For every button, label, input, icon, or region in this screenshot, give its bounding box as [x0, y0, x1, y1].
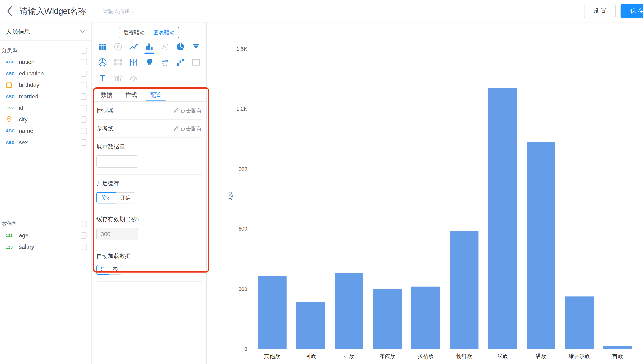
tab-style[interactable]: 样式: [122, 89, 141, 101]
bar-拉祜族[interactable]: [412, 286, 440, 349]
chart-drive-option[interactable]: 图表驱动: [149, 27, 179, 38]
tab-data[interactable]: 数据: [97, 89, 116, 101]
bar-满族[interactable]: [526, 142, 555, 349]
cache-on-option[interactable]: 开启: [116, 192, 135, 203]
line-chart-icon[interactable]: [126, 40, 141, 54]
field-checkbox[interactable]: [81, 82, 87, 88]
field-row-name[interactable]: ABC name: [0, 125, 92, 136]
svg-text:word: word: [162, 59, 168, 62]
controller-configure-link[interactable]: 点击配置: [174, 107, 202, 114]
string-type-icon: ABC: [6, 140, 19, 144]
field-checkbox[interactable]: [81, 116, 87, 122]
svg-text:cloud: cloud: [162, 62, 167, 64]
gridline: [253, 109, 637, 109]
svg-text:8: 8: [117, 45, 119, 49]
string-type-icon: ABC: [6, 128, 19, 133]
config-body: 控制器 点击配置 参考线 点击配置 展示数据量 开启缓存: [92, 102, 206, 282]
pie-chart-icon[interactable]: [172, 40, 188, 54]
section-checkbox[interactable]: [81, 47, 87, 54]
chart-area: age 03006009001.2K1.5K其他族回族壮族布依族拉祜族朝鲜族汉族…: [207, 22, 643, 364]
field-checkbox[interactable]: [81, 232, 87, 238]
field-checkbox[interactable]: [81, 139, 87, 145]
bar-回族[interactable]: [296, 302, 325, 349]
scatter-chart-icon[interactable]: [157, 40, 172, 54]
field-row-education[interactable]: ABC education: [0, 68, 92, 79]
header: 设 置 保 存: [0, 0, 643, 22]
cache-off-option[interactable]: 关闭: [96, 192, 116, 203]
field-checkbox[interactable]: [81, 93, 87, 100]
display-limit-label: 展示数据量: [96, 143, 202, 150]
x-tick-label: 其他族: [264, 353, 280, 360]
table-chart-icon[interactable]: [94, 40, 110, 54]
calendar-icon: [6, 82, 19, 88]
radar-chart-icon[interactable]: [94, 56, 110, 69]
field-row-city[interactable]: city: [0, 114, 92, 125]
save-button[interactable]: 保 存: [620, 4, 643, 18]
bar-壮族[interactable]: [334, 273, 363, 349]
y-tick-label: 900: [238, 166, 248, 172]
funnel-chart-icon[interactable]: [188, 40, 204, 54]
autoload-yes-option[interactable]: 是: [96, 265, 109, 275]
settings-button[interactable]: 设 置: [584, 4, 616, 18]
location-icon: [6, 116, 19, 122]
field-row-salary[interactable]: 123 salary: [0, 241, 92, 252]
widget-description-input[interactable]: [103, 8, 164, 14]
reference-configure-link[interactable]: 点击配置: [174, 125, 202, 132]
field-checkbox[interactable]: [81, 128, 87, 134]
reference-line-label: 参考线: [96, 125, 114, 132]
field-checkbox[interactable]: [81, 70, 87, 76]
field-checkbox[interactable]: [81, 105, 87, 111]
parallel-chart-icon[interactable]: [126, 56, 141, 69]
autoload-no-option[interactable]: 否: [109, 265, 122, 275]
field-row-nation[interactable]: ABC nation: [0, 56, 92, 68]
bar-布依族[interactable]: [373, 290, 402, 349]
field-row-id[interactable]: 123 id: [0, 102, 92, 113]
controller-label: 控制器: [96, 107, 114, 114]
display-limit-input[interactable]: [96, 155, 138, 168]
field-checkbox[interactable]: [81, 59, 87, 65]
field-checkbox[interactable]: [81, 244, 87, 250]
double-axis-chart-icon[interactable]: [110, 71, 126, 85]
cache-toggle-block: 开启缓存 关闭 开启: [96, 175, 202, 210]
autoload-label: 自动加载数据: [96, 252, 202, 260]
text-chart-icon[interactable]: T: [94, 71, 110, 85]
widget-name-input[interactable]: [20, 6, 96, 16]
field-name: birthday: [19, 82, 39, 88]
scorecard-chart-icon[interactable]: 8: [110, 40, 126, 54]
svg-text:T: T: [100, 74, 105, 82]
pencil-icon: [174, 126, 179, 131]
back-button[interactable]: [0, 0, 19, 22]
field-row-sex[interactable]: ABC sex: [0, 136, 92, 148]
drive-mode-toggle: 透视驱动 图表驱动: [92, 27, 206, 38]
chevron-left-icon: [6, 6, 13, 17]
x-tick-label: 回族: [305, 353, 316, 360]
bar-苗族[interactable]: [603, 346, 632, 349]
pivot-drive-option[interactable]: 透视驱动: [119, 27, 149, 38]
section-checkbox[interactable]: [81, 221, 87, 227]
bar-chart-icon[interactable]: [141, 40, 157, 54]
bar-汉族[interactable]: [488, 88, 517, 349]
autoload-block: 自动加载数据 是 否: [96, 247, 202, 282]
field-row-age[interactable]: 123 age: [0, 230, 92, 241]
x-tick-label: 拉祜族: [418, 353, 434, 360]
bar-其他族[interactable]: [258, 276, 286, 349]
field-name: education: [19, 70, 44, 77]
bar-维吾尔族[interactable]: [565, 296, 594, 349]
config-panel: 透视驱动 图表驱动 8wordcloudagile BIT 数据 样式 配置 控…: [92, 22, 207, 364]
cache-expire-input[interactable]: [96, 228, 138, 240]
field-row-married[interactable]: ABC married: [0, 91, 92, 102]
map-chart-icon[interactable]: [141, 56, 157, 69]
field-row-birthday[interactable]: birthday: [0, 79, 92, 90]
gauge-chart-icon[interactable]: [126, 71, 141, 85]
iframe-chart-icon[interactable]: [188, 56, 204, 69]
bar-朝鲜族[interactable]: [450, 231, 478, 349]
widget-editor: 设 置 保 存 人员信息 分类型 ABC nation ABC educatio…: [0, 0, 643, 364]
waterfall-chart-icon[interactable]: [172, 56, 188, 69]
wordcloud-chart-icon[interactable]: wordcloudagile BI: [157, 56, 172, 69]
tab-config[interactable]: 配置: [146, 89, 166, 101]
sankey-chart-icon[interactable]: [110, 56, 126, 69]
fields-sidebar: 人员信息 分类型 ABC nation ABC education: [0, 22, 92, 364]
x-tick-label: 满族: [536, 353, 546, 360]
view-selector[interactable]: 人员信息: [0, 22, 92, 41]
cache-toggle-label: 开启缓存: [96, 180, 202, 187]
